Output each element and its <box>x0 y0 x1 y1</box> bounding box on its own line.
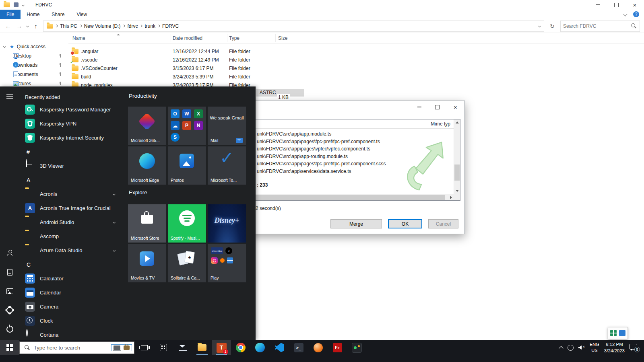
start-app-ascomp[interactable]: Ascomp <box>19 229 124 243</box>
sidebar-item-downloads[interactable]: ↓ Downloads <box>0 60 68 70</box>
file-row[interactable]: .VSCodeCounter 3/15/2023 6:17 PM File fo… <box>68 64 644 72</box>
excel-icon[interactable]: X <box>194 109 203 118</box>
forward-button[interactable]: → <box>15 23 23 29</box>
tile-spotify[interactable]: Spotify - Musi... <box>168 204 206 243</box>
tab-view[interactable]: View <box>70 10 93 19</box>
tile-mail[interactable]: We speak Gmail Mail <box>208 107 246 145</box>
cancel-button[interactable]: Cancel <box>428 219 458 228</box>
start-app-clock[interactable]: Clock <box>19 314 124 328</box>
powerpoint-icon[interactable]: P <box>182 121 191 130</box>
search-highlight-promo[interactable] <box>111 344 132 351</box>
scroll-right-icon[interactable] <box>450 196 452 199</box>
start-app-calculator[interactable]: Calculator <box>19 272 124 286</box>
dialog-maximize-button[interactable] <box>428 101 446 113</box>
merge-button[interactable]: Merge <box>330 219 382 228</box>
taskbar-edge[interactable] <box>250 340 270 355</box>
start-section-a[interactable]: A <box>19 173 124 187</box>
breadcrumb-fdrvc[interactable]: fdrvc <box>127 23 138 29</box>
address-bar[interactable]: This PC New Volume (D:) fdrvc trunk FDRV… <box>43 21 544 32</box>
start-button[interactable] <box>0 340 19 355</box>
column-header-mime-type[interactable]: Mime typ <box>428 119 454 128</box>
dialog-close-button[interactable]: × <box>446 101 464 113</box>
settings-button[interactable] <box>0 301 19 319</box>
taskbar-app-grid[interactable] <box>154 340 173 355</box>
tile-movies-tv[interactable]: Movies & TV <box>128 244 166 282</box>
tile-microsoft-edge[interactable]: Microsoft Edge <box>128 146 166 185</box>
taskbar-terminal[interactable]: >_ <box>289 340 308 355</box>
scroll-down-icon[interactable] <box>456 190 459 192</box>
recent-locations-chevron-icon[interactable] <box>26 25 29 27</box>
expand-chevron-icon[interactable] <box>113 249 116 252</box>
taskbar-orange-app[interactable] <box>308 340 328 355</box>
tile-play[interactable]: prime video ♪ Play <box>208 244 246 282</box>
expand-ribbon-chevron-icon[interactable] <box>623 12 627 16</box>
tile-group-explore[interactable]: Explore <box>129 187 147 197</box>
tile-solitaire[interactable]: ♠ Solitaire & Ca... <box>168 244 206 282</box>
scrollbar-thumb[interactable] <box>454 165 460 181</box>
column-header-size[interactable]: Size <box>276 34 306 42</box>
refresh-button[interactable]: ↻ <box>547 23 557 29</box>
start-section-c[interactable]: C <box>19 257 124 272</box>
breadcrumb-this-pc[interactable]: This PC <box>60 23 77 29</box>
scroll-up-icon[interactable] <box>456 121 459 123</box>
start-app-calendar[interactable]: Calendar <box>19 286 124 300</box>
file-row[interactable]: build 3/24/2023 5:39 PM File folder <box>68 72 644 81</box>
tile-photos[interactable]: Photos <box>168 146 206 185</box>
taskbar-teams[interactable]: T1 <box>212 340 231 355</box>
sidebar-item-desktop[interactable]: Desktop <box>0 51 68 60</box>
help-button[interactable]: ? <box>633 11 639 17</box>
qat-properties-icon[interactable] <box>14 2 19 7</box>
close-button[interactable]: × <box>625 0 644 10</box>
minimize-button[interactable] <box>588 0 607 10</box>
sidebar-item-quick-access[interactable]: ★ Quick access <box>0 42 68 51</box>
selected-file-row-fragment[interactable]: ASTRC 1 KB <box>256 89 304 97</box>
start-app-kaspersky-internet-security[interactable]: Kaspersky Internet Security <box>19 131 124 145</box>
task-view-button[interactable] <box>134 340 154 355</box>
tile-microsoft-365[interactable]: Microsoft 365... <box>128 107 166 145</box>
start-app-acronis-true-image[interactable]: A Acronis True Image for Crucial <box>19 201 124 215</box>
address-dropdown-chevron-icon[interactable] <box>538 25 541 27</box>
power-button[interactable] <box>0 320 19 338</box>
sidebar-item-documents[interactable]: Documents <box>0 70 68 79</box>
action-center-button[interactable]: 5 <box>630 343 639 352</box>
horizontal-scrollbar[interactable] <box>254 194 454 200</box>
flyout-grid-app-icon[interactable] <box>610 330 617 336</box>
column-header-name[interactable]: Name <box>68 34 171 42</box>
tile-disney-plus[interactable]: Disney+ <box>208 204 246 243</box>
start-app-azure-data-studio[interactable]: Azure Data Studio <box>19 243 124 257</box>
taskbar-search-input[interactable] <box>33 344 111 351</box>
ok-button[interactable]: OK <box>388 219 422 228</box>
outlook-icon[interactable]: O <box>171 109 180 118</box>
taskbar-file-explorer[interactable] <box>192 340 212 355</box>
start-app-cortana[interactable]: Cortana <box>19 328 124 340</box>
taskbar-clock[interactable]: 6:12 PM 3/24/2023 <box>604 341 625 354</box>
taskbar-mail[interactable] <box>173 340 192 355</box>
taskbar-chrome[interactable] <box>231 340 250 355</box>
start-menu-expand-button[interactable] <box>0 87 19 105</box>
pictures-button[interactable] <box>0 282 19 300</box>
tab-file[interactable]: File <box>0 10 21 19</box>
account-button[interactable] <box>0 244 19 262</box>
taskbar-filezilla[interactable]: Fz <box>328 340 347 355</box>
scrollbar-thumb[interactable] <box>254 195 445 200</box>
tab-home[interactable]: Home <box>21 10 45 19</box>
file-row[interactable]: .angular 12/16/2022 12:44 PM File folder <box>68 47 644 56</box>
breadcrumb-current[interactable]: FDRVC <box>162 23 179 29</box>
documents-button[interactable] <box>0 263 19 281</box>
tray-app-icon[interactable] <box>568 345 574 351</box>
taskbar-dark-app[interactable] <box>347 340 366 355</box>
skype-icon[interactable]: S <box>171 133 180 142</box>
explorer-search-input[interactable] <box>561 23 631 29</box>
start-app-android-studio[interactable]: Android Studio <box>19 215 124 229</box>
breadcrumb-drive[interactable]: New Volume (D:) <box>84 23 121 29</box>
back-button[interactable]: ← <box>4 23 12 29</box>
word-icon[interactable]: W <box>182 109 191 118</box>
start-app-acronis[interactable]: Acronis <box>19 187 124 201</box>
tile-group-productivity[interactable]: Productivity <box>129 90 157 101</box>
start-app-kaspersky-vpn[interactable]: Kaspersky VPN <box>19 117 124 131</box>
up-button[interactable]: ↑ <box>32 23 40 29</box>
onedrive-icon[interactable]: ☁ <box>171 121 180 130</box>
taskbar-vscode[interactable] <box>270 340 289 355</box>
quick-access-expander-icon[interactable] <box>3 45 6 48</box>
maximize-button[interactable] <box>607 0 625 10</box>
